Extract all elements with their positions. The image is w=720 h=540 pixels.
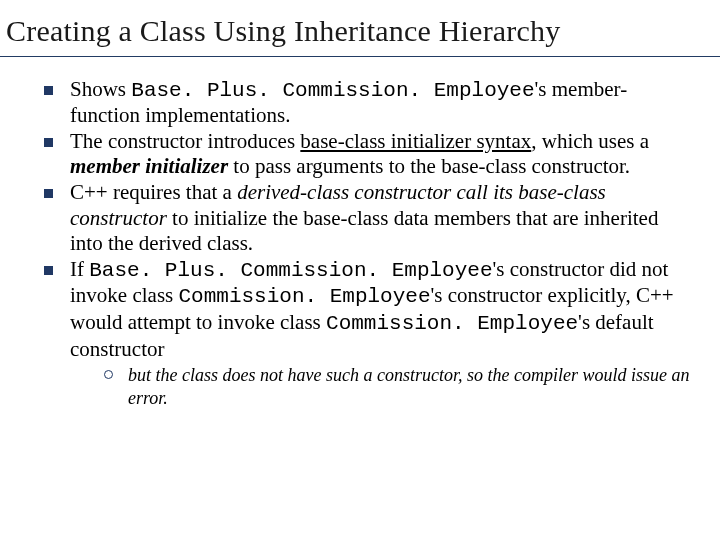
code-text: Commission. Employee bbox=[326, 312, 578, 335]
bullet-list: Shows Base. Plus. Commission. Employee's… bbox=[40, 77, 694, 410]
code-text: Base. Plus. Commission. Employee bbox=[131, 79, 534, 102]
text: but the class does not have such a const… bbox=[128, 365, 689, 408]
slide-title: Creating a Class Using Inheritance Hiera… bbox=[0, 12, 720, 57]
bullet-item: Shows Base. Plus. Commission. Employee's… bbox=[40, 77, 694, 129]
bullet-item: C++ requires that a derived-class constr… bbox=[40, 180, 694, 257]
underline-text: base-class initializer syntax bbox=[300, 129, 531, 153]
text: , which uses a bbox=[531, 129, 649, 153]
code-text: Commission. Employee bbox=[178, 285, 430, 308]
text: to pass arguments to the base-class cons… bbox=[228, 154, 630, 178]
slide-body: Shows Base. Plus. Commission. Employee's… bbox=[0, 57, 720, 410]
bold-italic-text: member initializer bbox=[70, 154, 228, 178]
sub-bullet-list: but the class does not have such a const… bbox=[70, 364, 694, 409]
code-text: Base. Plus. Commission. Employee bbox=[89, 259, 492, 282]
text: C++ requires that a bbox=[70, 180, 237, 204]
text: The constructor introduces bbox=[70, 129, 300, 153]
text: Shows bbox=[70, 77, 131, 101]
sub-bullet-item: but the class does not have such a const… bbox=[100, 364, 694, 409]
title-area: Creating a Class Using Inheritance Hiera… bbox=[0, 0, 720, 57]
text: If bbox=[70, 257, 89, 281]
bullet-item: The constructor introduces base-class in… bbox=[40, 129, 694, 180]
slide: { "title": "Creating a Class Using Inher… bbox=[0, 0, 720, 540]
bullet-item: If Base. Plus. Commission. Employee's co… bbox=[40, 257, 694, 409]
